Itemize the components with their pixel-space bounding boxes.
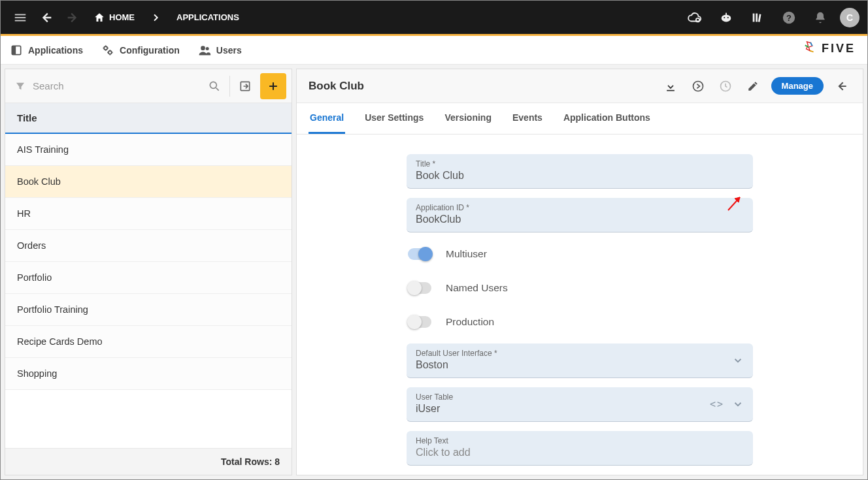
toggle-named-users[interactable]	[408, 282, 431, 294]
svg-rect-10	[758, 14, 761, 22]
list-item[interactable]: Shopping	[5, 358, 292, 390]
search-input[interactable]	[33, 80, 195, 91]
avatar[interactable]: C	[840, 8, 860, 27]
divider	[229, 76, 230, 97]
bot-icon[interactable]	[714, 6, 738, 29]
list-item[interactable]: HR	[5, 198, 292, 230]
filter-icon	[14, 80, 26, 92]
field-application-id[interactable]: Application ID * BookClub	[407, 198, 753, 232]
import-icon[interactable]	[234, 75, 256, 97]
field-user-table-value: iUser	[416, 403, 744, 415]
detail-header: Book Club Manage	[297, 69, 863, 103]
topbar: HOME APPLICATIONS ? C	[1, 1, 867, 36]
back-icon[interactable]	[833, 77, 851, 95]
svg-rect-1	[15, 17, 26, 18]
svg-point-4	[722, 14, 731, 22]
list-body: AIS Training Book Club HR Orders Portfol…	[5, 134, 292, 448]
tab-general[interactable]: General	[309, 103, 345, 134]
form-area: Title * Book Club Application ID * BookC…	[297, 135, 863, 475]
toggle-named-users-label: Named Users	[446, 282, 508, 294]
field-help-text-placeholder: Click to add	[416, 447, 744, 458]
detail-actions: Manage	[661, 77, 851, 95]
forward-arrow-icon	[61, 6, 84, 29]
brand-label: FIVE	[822, 42, 856, 56]
nav-applications[interactable]: Applications	[10, 44, 83, 57]
svg-point-15	[104, 46, 107, 50]
list-item[interactable]: Recipe Cards Demo	[5, 326, 292, 358]
list-item[interactable]: Orders	[5, 230, 292, 262]
tab-user-settings[interactable]: User Settings	[363, 103, 425, 134]
tab-application-buttons[interactable]: Application Buttons	[562, 103, 652, 134]
svg-rect-0	[15, 14, 26, 15]
nav-users-label: Users	[216, 45, 242, 56]
cloud-icon[interactable]	[683, 6, 707, 29]
manage-button[interactable]: Manage	[771, 77, 824, 95]
toggle-multiuser[interactable]	[408, 248, 431, 260]
svg-rect-14	[12, 46, 16, 54]
svg-rect-9	[756, 13, 758, 22]
nav-applications-label: Applications	[28, 45, 83, 56]
nav-users[interactable]: Users	[198, 44, 242, 57]
toggle-named-users-row: Named Users	[407, 276, 753, 300]
toggle-multiuser-row: Multiuser	[407, 242, 753, 266]
svg-point-3	[696, 18, 700, 21]
side-search-bar	[5, 69, 292, 103]
field-title-label: Title *	[416, 159, 744, 168]
topbar-left: HOME APPLICATIONS	[8, 6, 246, 29]
field-user-table[interactable]: User Table iUser <>	[407, 387, 753, 422]
list-header[interactable]: Title	[5, 103, 292, 134]
code-icon[interactable]: <>	[710, 398, 724, 410]
avatar-initial: C	[846, 12, 853, 23]
side-footer: Total Rows: 8	[5, 448, 292, 475]
brand-logo: FIVE	[803, 41, 856, 56]
toggle-production[interactable]	[408, 316, 431, 328]
field-title-value: Book Club	[416, 170, 744, 182]
help-icon[interactable]: ?	[777, 6, 801, 29]
chevron-down-icon	[732, 398, 744, 410]
history-icon[interactable]	[716, 77, 735, 95]
field-help-text-label: Help Text	[416, 436, 744, 445]
svg-rect-5	[724, 17, 725, 18]
svg-rect-6	[727, 17, 729, 18]
chevron-right-icon	[144, 6, 167, 29]
svg-rect-8	[753, 13, 755, 22]
svg-point-17	[201, 46, 205, 50]
svg-point-16	[108, 50, 112, 54]
breadcrumb-home[interactable]: HOME	[87, 12, 141, 24]
nav-configuration[interactable]: Configuration	[101, 44, 180, 57]
tab-events[interactable]: Events	[511, 103, 544, 134]
back-arrow-icon[interactable]	[35, 6, 58, 29]
add-button[interactable]	[260, 73, 286, 99]
edit-icon[interactable]	[744, 77, 762, 95]
field-title[interactable]: Title * Book Club	[407, 154, 753, 189]
library-icon[interactable]	[746, 6, 769, 29]
detail-tabs: General User Settings Versioning Events …	[297, 103, 863, 135]
topbar-right: ? C	[683, 6, 860, 29]
field-help-text[interactable]: Help Text Click to add	[407, 431, 753, 466]
menu-icon[interactable]	[8, 6, 32, 29]
list-item[interactable]: Book Club	[5, 166, 292, 198]
search-field[interactable]	[10, 80, 199, 92]
field-application-id-value: BookClub	[416, 214, 744, 225]
download-icon[interactable]	[661, 77, 680, 95]
search-icon[interactable]	[203, 75, 225, 97]
breadcrumb-applications[interactable]: APPLICATIONS	[170, 12, 246, 22]
toggle-production-label: Production	[446, 316, 494, 328]
svg-point-21	[693, 81, 703, 91]
svg-point-18	[205, 47, 209, 50]
detail-title: Book Club	[309, 80, 661, 93]
field-default-ui[interactable]: Default User Interface * Boston	[407, 344, 753, 378]
bell-icon[interactable]	[809, 6, 832, 29]
list-item[interactable]: Portfolio	[5, 262, 292, 294]
svg-rect-2	[15, 20, 26, 21]
field-application-id-label: Application ID *	[416, 203, 744, 212]
deploy-icon[interactable]	[689, 77, 707, 95]
chevron-down-icon	[732, 355, 744, 366]
svg-rect-7	[726, 12, 727, 15]
toggle-multiuser-label: Multiuser	[446, 248, 487, 260]
tab-versioning[interactable]: Versioning	[443, 103, 493, 134]
svg-text:?: ?	[786, 12, 792, 22]
side-panel: Title AIS Training Book Club HR Orders P…	[5, 69, 292, 475]
list-item[interactable]: AIS Training	[5, 134, 292, 166]
list-item[interactable]: Portfolio Training	[5, 294, 292, 326]
